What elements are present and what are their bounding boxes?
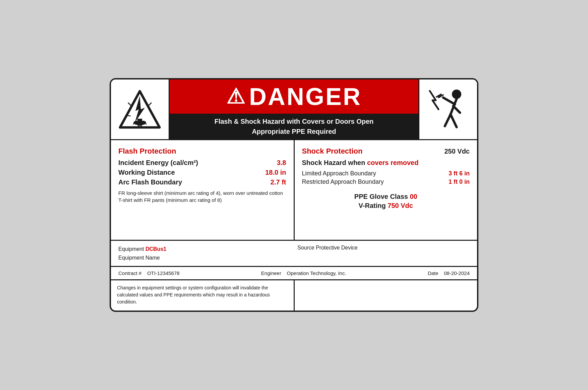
danger-title: DANGER: [249, 83, 362, 110]
contract-label: Contract #: [118, 270, 141, 276]
ppe-glove-class: 00: [410, 193, 417, 200]
svg-line-2: [128, 103, 131, 106]
svg-line-15: [453, 106, 460, 113]
date-value: 08-20-2024: [444, 270, 470, 276]
svg-point-12: [452, 90, 461, 99]
svg-line-16: [445, 114, 451, 126]
header-left: [111, 79, 170, 139]
limited-approach-row: Limited Approach Boundary 3 ft 6 in: [302, 170, 470, 177]
sub-line1: Flash & Shock Hazard with Covers or Door…: [215, 116, 374, 126]
equipment-name-line: Equipment DCBus1: [118, 245, 291, 254]
working-distance-row: Working Distance 18.0 in: [118, 169, 286, 176]
ppe-glove-label: PPE Glove Class: [354, 193, 408, 200]
v-rating-label: V-Rating: [359, 202, 386, 209]
source-protective-device-label: Source Protective Device: [297, 245, 358, 250]
svg-line-17: [451, 114, 457, 127]
footer-disclaimer: Changes in equipment settings or system …: [111, 280, 295, 311]
engineer-value: Operation Technology, Inc.: [287, 270, 346, 276]
shock-header-row: Shock Protection 250 Vdc: [302, 147, 470, 156]
contract-row: Contract # OTI-12345678 Engineer Operati…: [111, 267, 477, 280]
restricted-approach-label: Restricted Approach Boundary: [302, 178, 384, 185]
header-right: [418, 79, 477, 139]
v-rating-row: V-Rating 750 Vdc: [302, 202, 470, 210]
restricted-approach-value: 1 ft 0 in: [449, 178, 470, 185]
working-distance-label: Working Distance: [118, 169, 175, 176]
engineer-label: Engineer: [261, 270, 281, 276]
shock-hazard-label: Shock Hazard when: [302, 159, 367, 166]
arc-flash-boundary-label: Arc Flash Boundary: [118, 178, 182, 186]
equipment-name-value: DCBus1: [145, 246, 166, 252]
danger-exclamation-icon: ⚠: [226, 84, 245, 109]
ppe-glove-row: PPE Glove Class 00: [302, 193, 470, 201]
equipment-row: Equipment DCBus1 Equipment Name Source P…: [111, 241, 477, 267]
svg-rect-8: [137, 119, 142, 124]
shock-protection-title: Shock Protection: [302, 147, 363, 156]
svg-line-14: [443, 98, 455, 104]
incident-energy-label: Incident Energy (cal/cm²): [118, 159, 198, 167]
flash-protection-title: Flash Protection: [118, 147, 286, 156]
limited-approach-value: 3 ft 6 in: [449, 170, 470, 177]
equipment-left: Equipment DCBus1 Equipment Name: [118, 245, 291, 262]
incident-energy-value: 3.8: [277, 159, 286, 167]
shock-protection-panel: Shock Protection 250 Vdc Shock Hazard wh…: [295, 140, 477, 240]
label-card: ⚠ DANGER Flash & Shock Hazard with Cover…: [110, 78, 478, 312]
main-content-row: Flash Protection Incident Energy (cal/cm…: [111, 140, 477, 241]
header-center: ⚠ DANGER Flash & Shock Hazard with Cover…: [170, 79, 418, 139]
svg-line-3: [148, 103, 152, 106]
arc-flash-boundary-value: 2.7 ft: [271, 178, 286, 186]
electric-shock-icon: [426, 88, 470, 131]
shock-hazard-row: Shock Hazard when covers removed: [302, 159, 470, 167]
shock-voltage: 250 Vdc: [444, 148, 470, 155]
footer-right-empty: [295, 280, 477, 311]
date-info: Date 08-20-2024: [428, 270, 470, 276]
contract-value: OTI-12345678: [147, 270, 180, 276]
restricted-approach-row: Restricted Approach Boundary 1 ft 0 in: [302, 178, 470, 185]
ppe-glove-section: PPE Glove Class 00 V-Rating 750 Vdc: [302, 193, 470, 210]
shock-hazard-value: covers removed: [367, 159, 418, 166]
danger-bar: ⚠ DANGER: [170, 79, 418, 114]
equipment-label: Equipment: [118, 246, 144, 252]
limited-approach-label: Limited Approach Boundary: [302, 170, 376, 177]
engineer-info: Engineer Operation Technology, Inc.: [261, 270, 346, 276]
v-rating-val: 750 Vdc: [388, 202, 413, 209]
arc-flash-boundary-row: Arc Flash Boundary 2.7 ft: [118, 178, 286, 186]
working-distance-value: 18.0 in: [265, 169, 286, 176]
ppe-note: FR long-sleeve shirt (minimum arc rating…: [118, 189, 286, 204]
footer-row: Changes in equipment settings or system …: [111, 280, 477, 311]
sub-bar: Flash & Shock Hazard with Covers or Door…: [170, 114, 418, 139]
header-row: ⚠ DANGER Flash & Shock Hazard with Cover…: [111, 79, 477, 140]
incident-energy-row: Incident Energy (cal/cm²) 3.8: [118, 159, 286, 167]
flash-protection-panel: Flash Protection Incident Energy (cal/cm…: [111, 140, 295, 240]
equipment-right: Source Protective Device: [291, 245, 470, 251]
arc-flash-warning-icon: [118, 89, 162, 129]
sub-line2: Appropriate PPE Required: [252, 126, 336, 136]
contract-info: Contract # OTI-12345678: [118, 270, 180, 276]
date-label: Date: [428, 270, 438, 276]
equipment-name-label: Equipment Name: [118, 254, 291, 262]
